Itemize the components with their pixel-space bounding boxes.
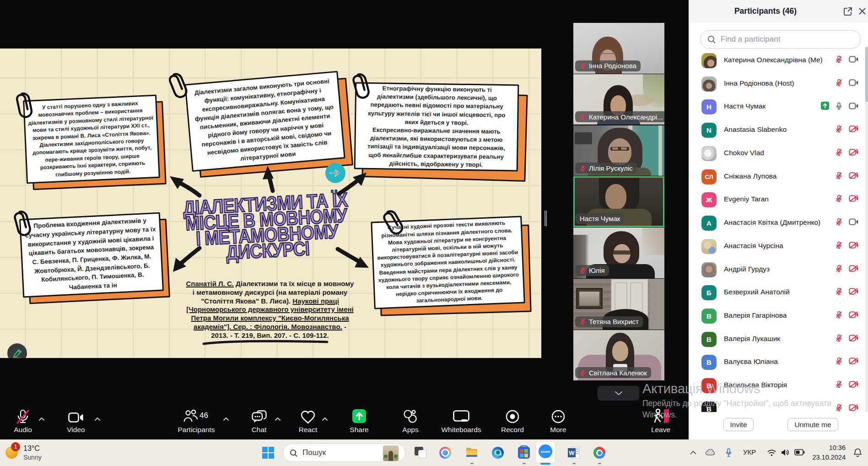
- svg-text:46: 46: [199, 411, 208, 420]
